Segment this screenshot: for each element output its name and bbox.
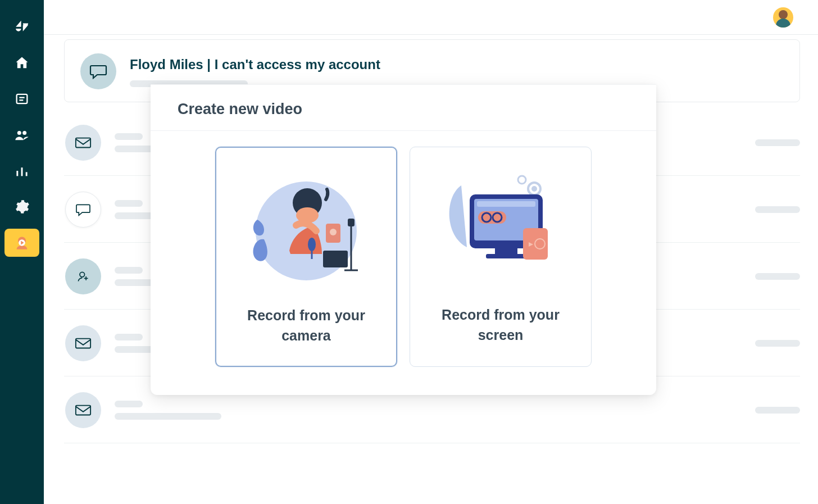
record-camera-option[interactable]: Record from your camera <box>215 147 397 367</box>
svg-rect-38 <box>486 254 526 258</box>
skel-side <box>755 407 800 414</box>
svg-point-22 <box>330 229 337 235</box>
mail-icon <box>65 392 101 428</box>
chat-icon <box>80 53 116 89</box>
svg-rect-15 <box>76 339 90 348</box>
svg-point-30 <box>518 176 526 184</box>
svg-rect-33 <box>477 201 535 207</box>
skel-long <box>115 413 221 420</box>
record-screen-option[interactable]: Record from your screen <box>410 147 592 367</box>
skel-short <box>115 200 143 207</box>
screen-illustration <box>434 161 567 289</box>
svg-rect-37 <box>495 248 517 254</box>
skel-side <box>755 206 800 213</box>
skel-short <box>115 401 143 407</box>
panel-title: Create new video <box>178 101 629 118</box>
mail-icon <box>65 325 101 361</box>
create-video-panel: Create new video <box>151 84 656 395</box>
avatar[interactable] <box>773 7 793 28</box>
nav-tickets[interactable] <box>0 81 44 117</box>
nav-customers[interactable] <box>0 117 44 153</box>
list-item[interactable] <box>64 392 800 428</box>
svg-point-12 <box>80 272 85 277</box>
svg-rect-16 <box>76 406 90 415</box>
svg-point-26 <box>308 238 316 251</box>
record-camera-label: Record from your camera <box>216 305 396 346</box>
svg-rect-25 <box>348 219 355 226</box>
nav-settings[interactable] <box>0 189 44 225</box>
camera-illustration <box>240 161 372 289</box>
mail-icon <box>65 125 101 161</box>
skel-side <box>755 340 800 347</box>
svg-point-4 <box>22 131 26 135</box>
ticket-title: Floyd Miles | I can't access my account <box>130 57 784 72</box>
add-user-icon <box>65 258 101 294</box>
zendesk-logo[interactable] <box>0 10 44 42</box>
svg-point-3 <box>17 131 21 135</box>
topbar <box>44 0 818 35</box>
nav-home[interactable] <box>0 45 44 81</box>
sidebar <box>0 0 44 504</box>
skel-side <box>755 139 800 146</box>
svg-rect-11 <box>76 138 90 148</box>
skel-short <box>115 133 143 140</box>
skel-short <box>115 267 143 274</box>
svg-rect-20 <box>323 251 348 267</box>
skel-short <box>115 334 143 340</box>
record-screen-label: Record from your screen <box>410 305 591 346</box>
nav-reports[interactable] <box>0 153 44 189</box>
svg-point-29 <box>531 186 537 192</box>
skel-side <box>755 273 800 280</box>
nav-video-app[interactable] <box>0 225 44 261</box>
svg-rect-0 <box>17 94 28 103</box>
chat-icon <box>65 192 101 228</box>
